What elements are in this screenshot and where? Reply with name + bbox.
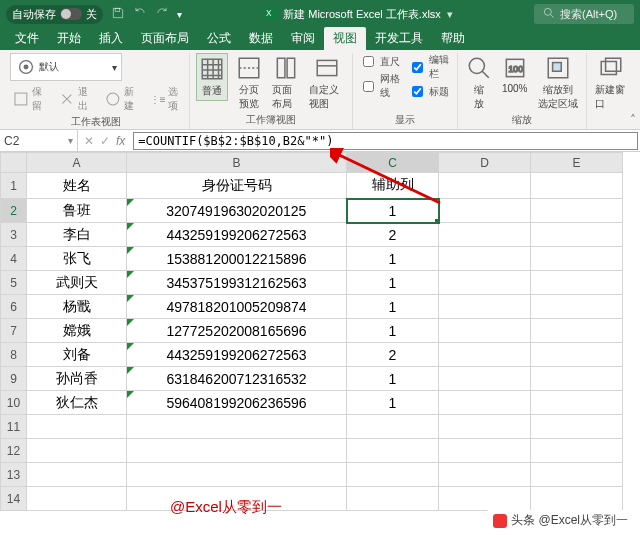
- col-header-C[interactable]: C: [347, 153, 439, 173]
- cell[interactable]: [531, 343, 623, 367]
- cell[interactable]: [439, 223, 531, 247]
- chk-formulabar-box[interactable]: [412, 62, 423, 73]
- cell[interactable]: 武则天: [27, 271, 127, 295]
- chk-gridlines[interactable]: 网格线: [359, 72, 402, 100]
- cell[interactable]: 1: [347, 367, 439, 391]
- enter-icon[interactable]: ✓: [100, 134, 110, 148]
- tab-file[interactable]: 文件: [6, 27, 48, 50]
- cell[interactable]: [439, 415, 531, 439]
- col-header-A[interactable]: A: [27, 153, 127, 173]
- autosave-toggle[interactable]: 自动保存 关: [6, 5, 103, 24]
- cancel-icon[interactable]: ✕: [84, 134, 94, 148]
- tab-formulas[interactable]: 公式: [198, 27, 240, 50]
- cell[interactable]: 2: [347, 223, 439, 247]
- view-custom[interactable]: 自定义视图: [307, 53, 346, 113]
- redo-icon[interactable]: [155, 6, 169, 22]
- cell[interactable]: [127, 463, 347, 487]
- row-header[interactable]: 10: [1, 391, 27, 415]
- select-all-corner[interactable]: [1, 153, 27, 173]
- cell[interactable]: 1: [347, 319, 439, 343]
- cell[interactable]: [127, 439, 347, 463]
- cell[interactable]: 1: [347, 295, 439, 319]
- tab-view[interactable]: 视图: [324, 27, 366, 50]
- qat-dropdown-icon[interactable]: ▾: [177, 9, 182, 20]
- cell[interactable]: 631846200712316532: [127, 367, 347, 391]
- cell[interactable]: [531, 173, 623, 199]
- cell[interactable]: [439, 319, 531, 343]
- cell[interactable]: [439, 367, 531, 391]
- cell[interactable]: 辅助列: [347, 173, 439, 199]
- zoom-100[interactable]: 100100%: [500, 53, 530, 96]
- sheetview-keep[interactable]: 保留: [10, 83, 50, 115]
- sheetview-new[interactable]: 新建: [102, 83, 142, 115]
- fx-icon[interactable]: fx: [116, 134, 125, 148]
- row-header[interactable]: 1: [1, 173, 27, 199]
- cell[interactable]: 596408199206236596: [127, 391, 347, 415]
- col-header-B[interactable]: B: [127, 153, 347, 173]
- cell[interactable]: [347, 439, 439, 463]
- cell[interactable]: [439, 391, 531, 415]
- chk-headings-box[interactable]: [412, 86, 423, 97]
- cell[interactable]: 320749196302020125: [127, 199, 347, 223]
- chk-gridlines-box[interactable]: [363, 81, 374, 92]
- cell[interactable]: [439, 463, 531, 487]
- cell[interactable]: [127, 415, 347, 439]
- new-window[interactable]: 新建窗口: [593, 53, 630, 113]
- cell[interactable]: 刘备: [27, 343, 127, 367]
- row-header[interactable]: 4: [1, 247, 27, 271]
- cell[interactable]: [531, 487, 623, 511]
- cell[interactable]: 497818201005209874: [127, 295, 347, 319]
- tab-developer[interactable]: 开发工具: [366, 27, 432, 50]
- search-box[interactable]: 搜索(Alt+Q): [534, 4, 634, 24]
- cell[interactable]: [439, 295, 531, 319]
- cell[interactable]: [531, 367, 623, 391]
- cell[interactable]: [531, 223, 623, 247]
- ribbon-collapse-icon[interactable]: ˄: [630, 113, 636, 127]
- sheetview-default[interactable]: 默认▾: [10, 53, 122, 81]
- tab-review[interactable]: 审阅: [282, 27, 324, 50]
- cell[interactable]: 127725202008165696: [127, 319, 347, 343]
- cell[interactable]: [27, 487, 127, 511]
- chk-ruler-box[interactable]: [363, 56, 374, 67]
- row-header[interactable]: 11: [1, 415, 27, 439]
- row-header[interactable]: 12: [1, 439, 27, 463]
- row-header[interactable]: 14: [1, 487, 27, 511]
- cell[interactable]: 2: [347, 343, 439, 367]
- row-header[interactable]: 3: [1, 223, 27, 247]
- cell[interactable]: [347, 415, 439, 439]
- cell[interactable]: 孙尚香: [27, 367, 127, 391]
- cell[interactable]: [439, 247, 531, 271]
- cell[interactable]: 张飞: [27, 247, 127, 271]
- cell[interactable]: [27, 415, 127, 439]
- cell[interactable]: 姓名: [27, 173, 127, 199]
- cell[interactable]: [439, 173, 531, 199]
- cell[interactable]: 1: [347, 199, 439, 223]
- tab-pagelayout[interactable]: 页面布局: [132, 27, 198, 50]
- cell[interactable]: [27, 463, 127, 487]
- namebox-dropdown-icon[interactable]: ▾: [68, 135, 73, 146]
- chk-formulabar[interactable]: 编辑栏: [408, 53, 451, 81]
- worksheet-grid[interactable]: A B C D E 1 姓名 身份证号码 辅助列 2鲁班320749196302…: [0, 152, 640, 511]
- cell[interactable]: [439, 343, 531, 367]
- cell[interactable]: [531, 463, 623, 487]
- sheetview-exit[interactable]: 退出: [56, 83, 96, 115]
- cell[interactable]: 杨戬: [27, 295, 127, 319]
- cell[interactable]: [27, 439, 127, 463]
- cell[interactable]: 鲁班: [27, 199, 127, 223]
- cell[interactable]: [531, 247, 623, 271]
- tab-home[interactable]: 开始: [48, 27, 90, 50]
- col-header-D[interactable]: D: [439, 153, 531, 173]
- row-header[interactable]: 6: [1, 295, 27, 319]
- view-pagelayout[interactable]: 页面布局: [270, 53, 302, 113]
- chk-headings[interactable]: 标题: [408, 83, 449, 100]
- cell[interactable]: 443259199206272563: [127, 343, 347, 367]
- col-header-E[interactable]: E: [531, 153, 623, 173]
- cell[interactable]: 345375199312162563: [127, 271, 347, 295]
- cell[interactable]: [439, 199, 531, 223]
- autosave-switch[interactable]: [60, 8, 82, 20]
- cell[interactable]: [439, 487, 531, 511]
- row-header[interactable]: 7: [1, 319, 27, 343]
- cell[interactable]: [347, 463, 439, 487]
- row-header[interactable]: 9: [1, 367, 27, 391]
- zoom-button[interactable]: 缩 放: [464, 53, 494, 113]
